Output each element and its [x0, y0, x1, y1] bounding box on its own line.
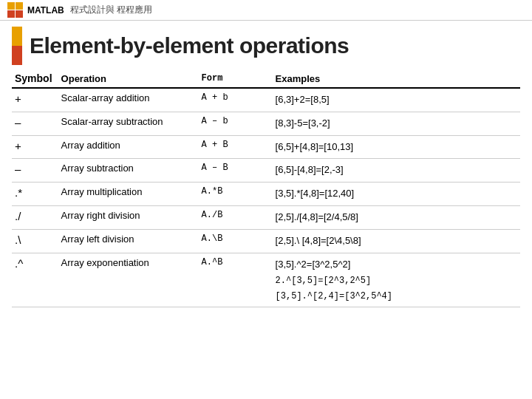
cell-symbol: +: [12, 135, 58, 159]
cell-examples: [6,5]+[4,8]=[10,13]: [273, 135, 520, 159]
operations-table: Symbol Operation Form Examples +Scalar-a…: [12, 69, 520, 307]
logo-sq4: [16, 10, 23, 18]
cell-operation: Array right division: [58, 205, 199, 229]
header-operation: Operation: [58, 69, 199, 88]
accent-bar: [12, 27, 22, 65]
logo-squares: [7, 2, 23, 18]
cell-extra-example: [3,5].^[2,4]=[3^2,5^4]: [276, 287, 514, 303]
header-symbol: Symbol: [12, 69, 58, 88]
table-container: Symbol Operation Form Examples +Scalar-a…: [0, 69, 532, 307]
cell-form: A.*B: [199, 183, 273, 206]
cell-examples: [2,5]./[4,8]=[2/4,5/8]: [273, 205, 520, 229]
cell-operation: Array addition: [58, 135, 199, 159]
cell-examples: [6,5]-[4,8]=[2,-3]: [273, 159, 520, 183]
table-header-row: Symbol Operation Form Examples: [12, 69, 520, 88]
cell-operation: Array subtraction: [58, 159, 199, 183]
cell-operation: Scalar-array subtraction: [58, 112, 199, 135]
topbar-subtitle: 程式設計與 程程應用: [70, 4, 152, 16]
matlab-logo: MATLAB: [7, 2, 64, 18]
logo-sq2: [16, 2, 23, 10]
cell-symbol: –: [12, 159, 58, 183]
cell-operation: Array multiplication: [58, 183, 199, 206]
brand-name: MATLAB: [27, 5, 64, 16]
cell-form: A – b: [199, 112, 273, 135]
table-row: ./Array right divisionA./B[2,5]./[4,8]=[…: [12, 205, 520, 229]
logo-sq3: [7, 10, 15, 18]
table-row: .\Array left divisionA.\B[2,5].\ [4,8]=[…: [12, 229, 520, 253]
cell-form: A + b: [199, 88, 273, 112]
cell-form: A.\B: [199, 229, 273, 253]
cell-operation: Scalar-array addition: [58, 88, 199, 112]
table-row: .*Array multiplicationA.*B[3,5].*[4,8]=[…: [12, 183, 520, 206]
cell-examples: [6,3]+2=[8,5]: [273, 88, 520, 112]
cell-form: A + B: [199, 135, 273, 159]
cell-extra-example: 2.^[3,5]=[2^3,2^5]: [276, 272, 514, 287]
cell-examples: [2,5].\ [4,8]=[2\4,5\8]: [273, 229, 520, 253]
cell-operation: Array left division: [58, 229, 199, 253]
cell-form: A./B: [199, 205, 273, 229]
table-row: +Scalar-array additionA + b[6,3]+2=[8,5]: [12, 88, 520, 112]
table-row: –Scalar-array subtractionA – b[8,3]-5=[3…: [12, 112, 520, 135]
table-row: –Array subtractionA – B[6,5]-[4,8]=[2,-3…: [12, 159, 520, 183]
table-row: +Array additionA + B[6,5]+[4,8]=[10,13]: [12, 135, 520, 159]
cell-symbol: ./: [12, 205, 58, 229]
cell-symbol: .^: [12, 253, 58, 307]
cell-examples: [3,5].*[4,8]=[12,40]: [273, 183, 520, 206]
cell-operation: Array exponentiation: [58, 253, 199, 307]
table-row: .^Array exponentiationA.^B[3,5].^2=[3^2,…: [12, 253, 520, 307]
page-header: Element-by-element operations: [0, 21, 532, 69]
top-bar: MATLAB 程式設計與 程程應用: [0, 0, 532, 21]
cell-examples: [8,3]-5=[3,-2]: [273, 112, 520, 135]
cell-symbol: .*: [12, 183, 58, 206]
header-examples: Examples: [273, 69, 520, 88]
cell-form: A – B: [199, 159, 273, 183]
cell-symbol: –: [12, 112, 58, 135]
cell-examples: [3,5].^2=[3^2,5^2]2.^[3,5]=[2^3,2^5][3,5…: [273, 253, 520, 307]
logo-sq1: [7, 2, 15, 10]
page-title: Element-by-element operations: [30, 33, 349, 58]
cell-symbol: .\: [12, 229, 58, 253]
header-form: Form: [199, 69, 273, 88]
cell-symbol: +: [12, 88, 58, 112]
cell-form: A.^B: [199, 253, 273, 307]
